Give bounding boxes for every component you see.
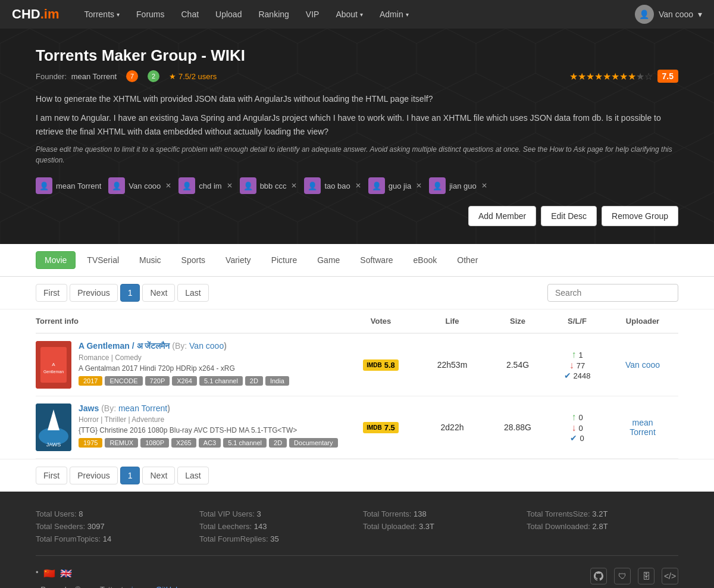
founder-label: Founder: mean Torrent: [36, 72, 117, 81]
page-next-bottom[interactable]: Next: [142, 467, 175, 484]
search-input[interactable]: [547, 284, 678, 302]
nav-torrents[interactable]: Torrents ▾: [77, 6, 127, 23]
remove-member-jian-guo[interactable]: ✕: [481, 182, 487, 190]
tab-variety[interactable]: Variety: [217, 251, 260, 269]
nav-upload[interactable]: Upload: [208, 6, 249, 23]
members-list: 👤 mean Torrent 👤 Van cooo ✕ 👤 chd im ✕ 👤…: [36, 177, 678, 194]
page-first-bottom[interactable]: First: [36, 467, 67, 484]
imdb-badge-1: IMDB 5.8: [363, 359, 399, 371]
tag-dimension: 2D: [245, 376, 263, 386]
stat-torrents-size: Total TorrentsSize: 3.2T: [527, 509, 678, 518]
stat-downloaded: Total Downloaded: 2.8T: [527, 522, 678, 531]
member-guo-jia: 👤 guo jia ✕: [368, 177, 422, 194]
database-icon[interactable]: 🗄: [638, 568, 654, 584]
tab-tvserial[interactable]: TVSerial: [78, 251, 128, 269]
member-jian-guo: 👤 jian guo ✕: [429, 177, 487, 194]
remove-member-tao-bao[interactable]: ✕: [355, 182, 361, 190]
footer-col-4: Total TorrentsSize: 3.2T Total Downloade…: [527, 509, 678, 543]
header-uploader: Uploader: [607, 317, 678, 326]
torrent-uploader-2[interactable]: mean Torrent: [118, 404, 167, 413]
torrent-genre-1: Romance | Comedy: [79, 354, 345, 362]
member-name: guo jia: [389, 182, 411, 190]
page-current-bottom[interactable]: 1: [120, 467, 140, 484]
uploader-link-1[interactable]: Van cooo: [625, 360, 660, 370]
tab-music[interactable]: Music: [130, 251, 170, 269]
footer: Total Users: 8 Total Seeders: 3097 Total…: [0, 492, 714, 588]
tab-software[interactable]: Software: [351, 251, 402, 269]
shield-icon[interactable]: 🛡: [614, 568, 631, 584]
tab-movie[interactable]: Movie: [36, 251, 76, 269]
torrent-desc-2: {TTG} Christine 2016 1080p Blu-ray AVC D…: [79, 426, 345, 434]
svg-text:Gentleman: Gentleman: [43, 370, 64, 374]
stat-total-seeders: Total Seeders: 3097: [36, 522, 187, 531]
page-first-top[interactable]: First: [36, 284, 67, 302]
nav-admin[interactable]: Admin ▾: [372, 6, 416, 23]
torrent-details-2: Jaws (By: mean Torrent) Horror | Thrille…: [79, 404, 345, 448]
hero-section: Torrents Maker Group - WIKI Founder: mea…: [0, 29, 714, 244]
page-last-top[interactable]: Last: [177, 284, 208, 302]
github-link[interactable]: view on GitHub: [127, 585, 180, 588]
tab-game[interactable]: Game: [308, 251, 349, 269]
finish-check: ✔: [570, 433, 577, 443]
rating-score: 7.5: [657, 70, 678, 83]
brand-logo[interactable]: CHD.im: [12, 7, 59, 22]
tab-picture[interactable]: Picture: [262, 251, 306, 269]
footer-power: • Power by ©meanTottent, view on GitHub: [36, 585, 270, 588]
footer-stats: Total Users: 8 Total Seeders: 3097 Total…: [36, 509, 678, 543]
torrent-table: Torrent info Votes Life Size S/L/F Uploa…: [0, 309, 714, 459]
page-next-top[interactable]: Next: [142, 284, 175, 302]
nav-user[interactable]: 👤 Van cooo ▾: [635, 5, 702, 24]
meta-count2: 2: [148, 70, 159, 82]
uploader-link-2[interactable]: meanTorrent: [630, 418, 656, 437]
member-van-cooo: 👤 Van cooo ✕: [108, 177, 171, 194]
uploader-cell-2: meanTorrent: [607, 418, 678, 437]
remove-member-chd-im[interactable]: ✕: [227, 182, 233, 190]
torrent-genre-2: Horror | Thriller | Adventure: [79, 415, 345, 424]
flag-cn-icon: 🇨🇳: [43, 568, 55, 579]
footer-left: • 🇨🇳 🇬🇧 • Power by ©meanTottent, view on…: [36, 568, 270, 588]
svg-text:A: A: [52, 362, 55, 367]
seed-arrow-up: ↑: [571, 349, 576, 360]
nav-about[interactable]: About ▾: [328, 6, 370, 23]
tab-other[interactable]: Other: [448, 251, 487, 269]
page-prev-bottom[interactable]: Previous: [70, 467, 117, 484]
meta-count1: 7: [126, 70, 138, 82]
nav-ranking[interactable]: Ranking: [251, 6, 296, 23]
tab-ebook[interactable]: eBook: [405, 251, 446, 269]
remove-member-van-cooo[interactable]: ✕: [165, 182, 171, 190]
add-member-button[interactable]: Add Member: [468, 206, 536, 226]
nav-chat[interactable]: Chat: [174, 6, 206, 23]
nav-forums[interactable]: Forums: [129, 6, 171, 23]
member-name: chd im: [199, 182, 221, 190]
footer-col-2: Total VIP Users: 3 Total Leechers: 143 T…: [199, 509, 351, 543]
leech-count: 0: [578, 424, 583, 433]
torrent-link-2[interactable]: Jaws: [79, 404, 99, 413]
page-current-top[interactable]: 1: [120, 284, 140, 302]
hero-meta: Founder: mean Torrent 7 2 ★ 7.5/2 users …: [36, 70, 678, 83]
tag-documentary: Documentary: [289, 438, 337, 448]
page-prev-top[interactable]: Previous: [70, 284, 117, 302]
member-avatar: 👤: [36, 177, 52, 194]
member-mean-torrent: 👤 mean Torrent: [36, 177, 101, 194]
edit-desc-button[interactable]: Edit Desc: [541, 206, 597, 226]
life-cell-2: 2d22h: [416, 423, 488, 432]
torrent-uploader-1[interactable]: Van cooo: [189, 341, 224, 351]
rating-text-label: ★ 7.5/2 users: [169, 72, 217, 81]
nav-vip[interactable]: VIP: [299, 6, 327, 23]
tab-sports[interactable]: Sports: [173, 251, 214, 269]
tag-encode: ENCODE: [105, 376, 142, 386]
member-avatar: 👤: [108, 177, 125, 194]
tag-audio2: 5.1 channel: [223, 438, 267, 448]
page-last-bottom[interactable]: Last: [177, 467, 208, 484]
torrent-title-2: Jaws (By: mean Torrent): [79, 404, 345, 413]
github-icon[interactable]: [590, 568, 607, 584]
code-icon[interactable]: </>: [662, 568, 678, 584]
remove-member-guo-jia[interactable]: ✕: [416, 182, 422, 190]
table-row: A Gentleman A Gentleman / अ जेंटलमैन (By…: [36, 334, 678, 396]
torrent-link-1[interactable]: A Gentleman / अ जेंटलमैन: [79, 341, 170, 351]
remove-member-bbb-ccc[interactable]: ✕: [291, 182, 297, 190]
hero-actions: Add Member Edit Desc Remove Group: [36, 206, 678, 232]
remove-group-button[interactable]: Remove Group: [602, 206, 678, 226]
slf-cell-1: ↑ 1 ↓ 77 ✔ 2448: [547, 349, 607, 380]
tag-audio: 5.1 channel: [199, 376, 243, 386]
